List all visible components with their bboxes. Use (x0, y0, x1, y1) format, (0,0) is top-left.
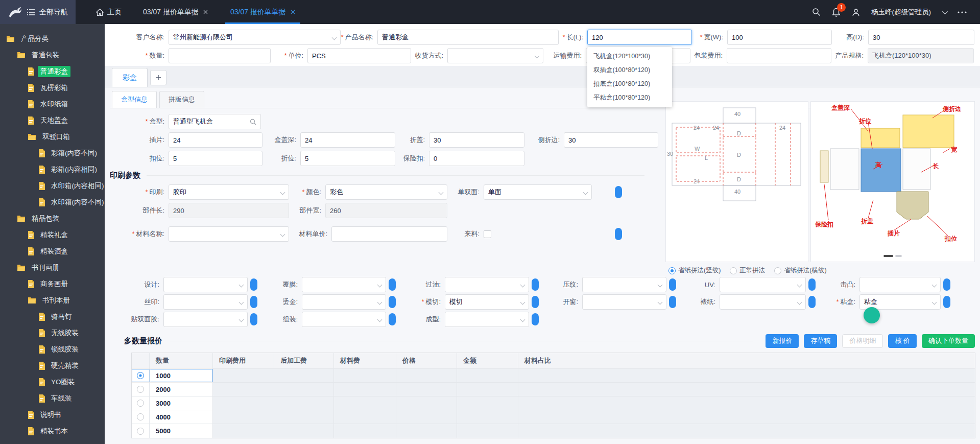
deboss-select[interactable] (859, 277, 941, 292)
process-info-pill[interactable] (943, 278, 950, 291)
tab-color-box[interactable]: 彩盒 (112, 68, 148, 87)
process-info-pill[interactable] (250, 296, 257, 308)
sidebar-item-19[interactable]: 锁线胶装 (0, 341, 105, 358)
process-info-pill[interactable] (808, 296, 816, 308)
process-info-pill[interactable] (532, 278, 539, 291)
imposition-mode-radio-2[interactable]: 省纸拼法(横纹) (774, 266, 826, 275)
product-name-input[interactable] (377, 30, 559, 45)
process-info-pill[interactable] (389, 296, 396, 308)
pagination-dot[interactable] (896, 255, 902, 257)
close-icon[interactable] (291, 10, 295, 14)
process-info-pill[interactable] (669, 278, 676, 291)
window-cut-select[interactable] (582, 294, 666, 310)
process-info-pill[interactable] (532, 313, 539, 325)
side-fold-input[interactable] (564, 132, 658, 148)
fold-position-input[interactable] (300, 151, 395, 166)
sidebar-item-6[interactable]: 双驳口箱 (0, 129, 105, 145)
sidebar-item-5[interactable]: 天地盖盒 (0, 112, 105, 129)
forming-select[interactable] (445, 312, 529, 327)
notifications-bell-icon[interactable]: 1 (832, 8, 841, 17)
sidebar-item-21[interactable]: YO圈装 (0, 374, 105, 390)
hot-stamp-select[interactable] (302, 294, 386, 310)
quantity-row-2000[interactable]: 2000 (132, 383, 975, 396)
embossing-select[interactable] (582, 277, 666, 292)
incoming-material-checkbox[interactable] (484, 230, 491, 238)
quantity-row-3000[interactable]: 3000 (132, 396, 975, 410)
design-select[interactable] (163, 277, 248, 292)
sidebar-item-13[interactable]: 精装酒盒 (0, 243, 105, 260)
lid-depth-input[interactable] (300, 132, 395, 148)
quantity-input[interactable] (169, 48, 271, 63)
material-name-select[interactable] (169, 226, 289, 242)
sidebar-item-9[interactable]: 水印箱(内容相同) (0, 178, 105, 194)
row-radio[interactable] (137, 372, 144, 379)
process-info-pill[interactable] (389, 278, 396, 291)
sidebar-item-20[interactable]: 硬壳精装 (0, 358, 105, 374)
process-info-pill[interactable] (943, 296, 950, 308)
width-input[interactable] (727, 30, 832, 45)
process-info-pill[interactable] (250, 278, 257, 291)
sidebar-item-2[interactable]: 普通彩盒 (0, 63, 105, 80)
box-type-input[interactable] (169, 114, 247, 129)
process-info-pill[interactable] (615, 228, 622, 240)
color-select[interactable]: 彩色 (325, 184, 447, 200)
sidebar-item-11[interactable]: 精品包装 (0, 211, 105, 227)
floating-action-button[interactable] (864, 307, 880, 323)
spec-dropdown-option-3[interactable]: 平粘盒(100*80*120) (587, 91, 672, 105)
spec-dropdown-option-1[interactable]: 双插盒(100*80*120) (587, 63, 672, 77)
quote-button-3[interactable]: 核 价 (888, 334, 917, 348)
pagination-dot-active[interactable] (884, 255, 893, 257)
insert-tab-input[interactable] (169, 132, 262, 148)
sidebar-item-16[interactable]: 书刊本册 (0, 292, 105, 309)
sidebar-item-0[interactable]: 产品分类 (0, 31, 105, 47)
tab-box-info[interactable]: 盒型信息 (112, 91, 157, 108)
chevron-down-icon[interactable] (942, 8, 948, 14)
delivery-method-select[interactable] (447, 48, 543, 63)
home-button[interactable]: 主页 (89, 0, 129, 24)
sidebar-item-17[interactable]: 骑马钉 (0, 309, 105, 325)
tab-imposition-info[interactable]: 拼版信息 (159, 91, 204, 108)
sidebar-item-22[interactable]: 车线装 (0, 390, 105, 407)
sidebar-item-10[interactable]: 水印箱(内容不同) (0, 194, 105, 211)
process-info-pill[interactable] (808, 278, 816, 291)
die-cut-select[interactable]: 模切 (445, 294, 529, 310)
paper-mount-select[interactable] (720, 294, 806, 310)
box-type-search-button[interactable] (246, 114, 261, 129)
spec-dropdown-option-2[interactable]: 扣底盒(100*80*120) (587, 77, 672, 91)
process-info-pill[interactable] (615, 186, 622, 198)
add-tab-button[interactable] (150, 70, 166, 85)
close-icon[interactable] (203, 10, 208, 14)
height-input[interactable] (868, 30, 974, 45)
print-method-select[interactable]: 胶印 (169, 184, 289, 200)
quantity-row-5000[interactable]: 5000 (132, 424, 975, 438)
quote-button-0[interactable]: 新报价 (766, 334, 799, 348)
quantity-row-4000[interactable]: 4000 (132, 410, 975, 424)
row-radio[interactable] (137, 413, 144, 420)
row-radio[interactable] (137, 400, 144, 407)
unit-input[interactable] (307, 48, 411, 63)
sides-select[interactable]: 单面 (484, 184, 592, 200)
film-lamination-select[interactable] (302, 277, 386, 292)
brand-nav[interactable]: 全部导航 (0, 0, 76, 24)
uv-select[interactable] (720, 277, 806, 292)
quote-button-1[interactable]: 存草稿 (804, 334, 837, 348)
material-price-input[interactable] (331, 226, 447, 242)
user-name[interactable]: 杨玉峰(超级管理员) (871, 8, 931, 17)
quantity-row-1000[interactable]: 1000 (132, 369, 975, 383)
process-info-pill[interactable] (669, 296, 676, 308)
assemble-select[interactable] (302, 312, 386, 327)
imposition-mode-radio-0[interactable]: 省纸拼法(竖纹) (668, 266, 721, 275)
varnish-select[interactable] (445, 277, 529, 292)
sidebar-item-14[interactable]: 书刊画册 (0, 260, 105, 276)
fold-lid-input[interactable] (429, 132, 524, 148)
spec-dropdown-option-0[interactable]: 飞机盒(120*100*30) (587, 50, 672, 63)
row-radio[interactable] (137, 428, 144, 435)
customer-name-select[interactable]: 常州新能源有限公司 (169, 30, 341, 45)
process-info-pill[interactable] (389, 313, 396, 325)
user-avatar-icon[interactable] (852, 8, 860, 16)
search-icon[interactable] (812, 8, 821, 16)
process-info-pill[interactable] (532, 296, 539, 308)
tab-quotation-2-active[interactable]: 03/07 报价单单据 (222, 0, 303, 24)
sidebar-item-12[interactable]: 精装礼盒 (0, 227, 105, 243)
process-info-pill[interactable] (250, 313, 257, 325)
